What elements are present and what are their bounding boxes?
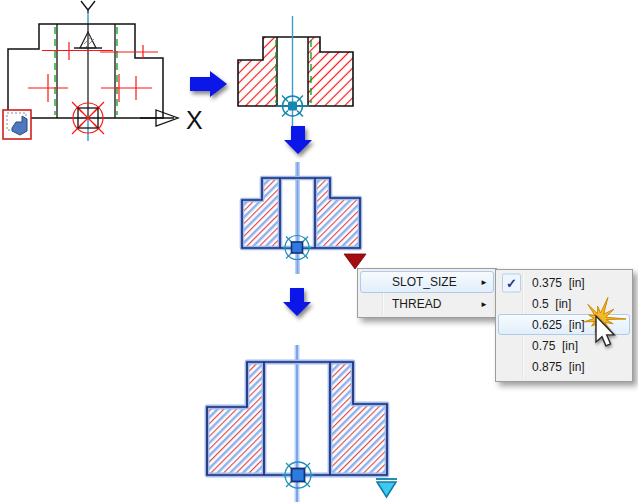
grip-lookup-menu: SLOT_SIZE ► THREAD ► bbox=[357, 268, 497, 318]
selected-block-drawing bbox=[242, 162, 360, 274]
submenu-item-label: 0.5 [in] bbox=[499, 297, 629, 311]
menu-item-label: SLOT_SIZE bbox=[361, 275, 472, 289]
submenu-item-label: 0.875 [in] bbox=[499, 360, 629, 374]
submenu-arrow-icon: ► bbox=[472, 300, 493, 309]
menu-item-slot-size[interactable]: SLOT_SIZE ► bbox=[360, 271, 494, 293]
slot-size-submenu: ✓ 0.375 [in] 0.5 [in] 0.625 [in] 0.75 [i… bbox=[495, 269, 633, 382]
flow-arrow-down-1 bbox=[284, 126, 312, 154]
menu-item-label: THREAD bbox=[361, 297, 472, 311]
x-axis-label: X bbox=[186, 106, 203, 134]
illustration-canvas: X bbox=[0, 0, 638, 504]
block-editor-badge-icon bbox=[3, 110, 31, 139]
submenu-item-0375[interactable]: ✓ 0.375 [in] bbox=[498, 272, 630, 293]
block-view-drawing bbox=[238, 16, 353, 127]
flow-arrow-down-2 bbox=[283, 288, 311, 316]
y-axis-icon bbox=[81, 1, 95, 13]
checkmark-icon: ✓ bbox=[502, 273, 521, 292]
submenu-item-075[interactable]: 0.75 [in] bbox=[498, 335, 630, 356]
lookup-grip-red[interactable] bbox=[344, 254, 366, 269]
submenu-arrow-icon: ► bbox=[472, 278, 493, 287]
flow-arrow-right bbox=[190, 71, 227, 97]
resized-block-drawing bbox=[207, 345, 397, 502]
lookup-grip-cyan[interactable] bbox=[376, 479, 397, 497]
construction-lines-green bbox=[55, 27, 117, 115]
insertion-grip[interactable] bbox=[292, 469, 305, 482]
submenu-item-0875[interactable]: 0.875 [in] bbox=[498, 356, 630, 377]
submenu-item-0625[interactable]: 0.625 [in] bbox=[498, 314, 630, 335]
sketch-drawing: X bbox=[3, 1, 203, 141]
menu-item-thread[interactable]: THREAD ► bbox=[360, 293, 494, 315]
submenu-item-label: 0.75 [in] bbox=[499, 339, 629, 353]
submenu-item-label: 0.625 [in] bbox=[499, 318, 629, 332]
submenu-item-05[interactable]: 0.5 [in] bbox=[498, 293, 630, 314]
x-axis-icon bbox=[140, 110, 178, 126]
construction-lines-red bbox=[28, 42, 158, 102]
cad-scene: X bbox=[0, 0, 638, 504]
insertion-grip[interactable] bbox=[292, 242, 303, 253]
hidden-lines-green bbox=[276, 40, 311, 103]
